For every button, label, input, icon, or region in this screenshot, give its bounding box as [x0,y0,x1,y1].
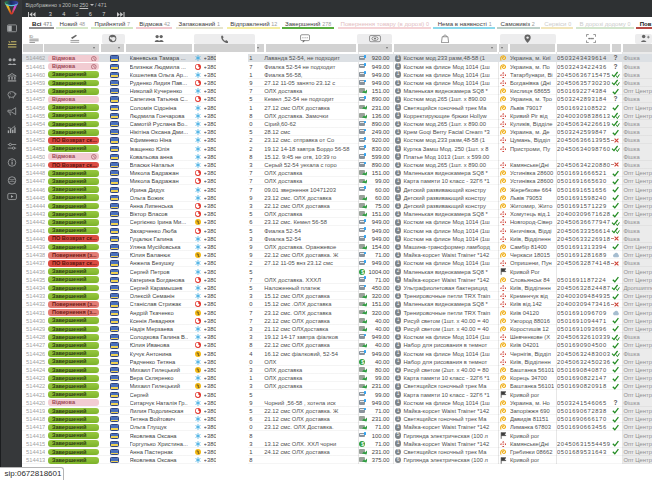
svg-text:ID: ID [30,34,34,38]
